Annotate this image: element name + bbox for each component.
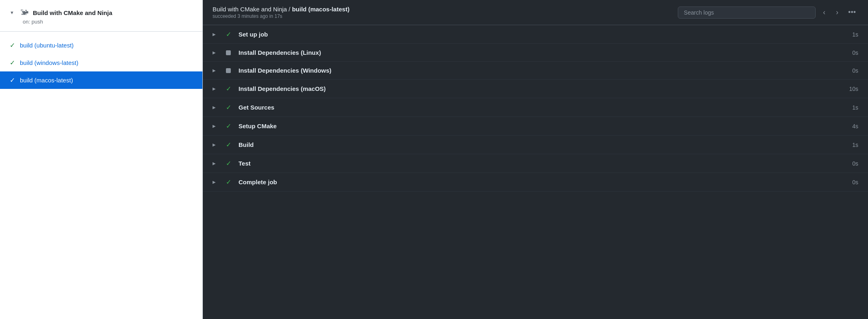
log-step[interactable]: ▶✓Build1s [203,136,868,154]
step-name: Setup CMake [238,123,836,129]
sidebar-job-item-ubuntu[interactable]: ✓build (ubuntu-latest) [0,37,202,54]
log-step[interactable]: ▶Install Dependencies (Linux)0s [203,44,868,62]
job-status-icon-ubuntu: ✓ [10,41,15,49]
status-text: succeeded 3 minutes ago in 17s [213,13,350,19]
step-name: Test [238,160,836,167]
svg-rect-0 [226,50,231,55]
workflow-subtitle: on: push [23,19,193,25]
step-expand-icon: ▶ [213,105,218,110]
step-status-icon: ✓ [224,103,233,111]
job-list: ✓build (ubuntu-latest)✓build (windows-la… [0,32,202,319]
step-name: Build [238,141,836,148]
step-expand-icon: ▶ [213,142,218,147]
step-duration: 0s [842,50,858,56]
job-label-windows: build (windows-latest) [20,59,78,66]
log-step[interactable]: ▶✓Get Sources1s [203,98,868,117]
header-info: Build with CMake and Ninja / build (maco… [213,6,350,19]
step-duration: 0s [842,160,858,167]
step-name: Install Dependencies (Linux) [238,49,836,56]
step-name: Get Sources [238,104,836,111]
collapse-arrow[interactable]: ▼ [10,10,14,15]
step-duration: 1s [842,31,858,38]
log-step[interactable]: ▶✓Complete job0s [203,173,868,192]
step-status-icon: ✓ [224,30,233,38]
step-expand-icon: ▶ [213,124,218,128]
step-name: Install Dependencies (Windows) [238,67,836,74]
step-expand-icon: ▶ [213,86,218,91]
job-status-icon-windows: ✓ [10,59,15,67]
log-step[interactable]: ▶✓Test0s [203,154,868,173]
step-status-icon: ✓ [224,178,233,186]
step-duration: 0s [842,67,858,74]
svg-rect-1 [226,68,231,73]
job-label-macos: build (macos-latest) [20,77,73,84]
breadcrumb-bold: build (macos-latest) [292,6,350,13]
step-duration: 0s [842,179,858,185]
sidebar-job-item-macos[interactable]: ✓build (macos-latest) [0,71,202,89]
nav-next-button[interactable]: › [833,6,842,18]
nav-prev-button[interactable]: ‹ [820,6,829,18]
step-expand-icon: ▶ [213,180,218,184]
step-status-icon: ✓ [224,122,233,130]
main-header: Build with CMake and Ninja / build (maco… [203,0,868,25]
header-controls: ‹ › ••• [678,6,858,19]
breadcrumb-prefix: Build with CMake and Ninja / [213,6,292,13]
log-step[interactable]: ▶Install Dependencies (Windows)0s [203,62,868,80]
step-name: Install Dependencies (macOS) [238,85,836,92]
step-name: Complete job [238,179,836,185]
step-name: Set up job [238,31,836,38]
sidebar: ▼ Build with CMake and Ninja on: push ✓b… [0,0,203,319]
workflow-icon [20,8,29,17]
main-panel: Build with CMake and Ninja / build (maco… [203,0,868,319]
log-step[interactable]: ▶✓Setup CMake4s [203,117,868,136]
step-expand-icon: ▶ [213,50,218,55]
step-status-icon: ✓ [224,141,233,149]
main-title: Build with CMake and Ninja / build (maco… [213,6,350,13]
step-status-icon [224,50,233,56]
workflow-title: Build with CMake and Ninja [33,9,112,16]
step-expand-icon: ▶ [213,32,218,37]
job-label-ubuntu: build (ubuntu-latest) [20,42,74,49]
step-duration: 10s [842,86,858,92]
step-duration: 4s [842,123,858,129]
job-status-icon-macos: ✓ [10,76,15,84]
sidebar-job-item-windows[interactable]: ✓build (windows-latest) [0,54,202,71]
step-duration: 1s [842,142,858,148]
log-step[interactable]: ▶✓Install Dependencies (macOS)10s [203,80,868,98]
step-expand-icon: ▶ [213,161,218,166]
search-input[interactable] [678,6,816,19]
log-steps: ▶✓Set up job1s▶Install Dependencies (Lin… [203,25,868,319]
sidebar-header: ▼ Build with CMake and Ninja on: push [0,0,202,32]
more-button[interactable]: ••• [846,6,858,18]
step-expand-icon: ▶ [213,68,218,73]
step-status-icon: ✓ [224,160,233,167]
step-status-icon [224,67,233,74]
step-duration: 1s [842,104,858,111]
log-step[interactable]: ▶✓Set up job1s [203,25,868,44]
step-status-icon: ✓ [224,85,233,93]
